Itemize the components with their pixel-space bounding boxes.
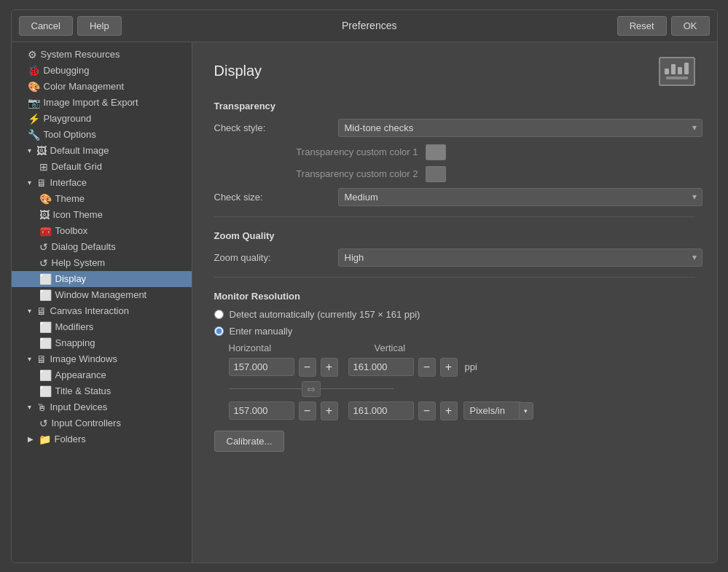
bar1 xyxy=(665,68,669,74)
image-import-export-icon: 📷 xyxy=(28,97,40,109)
divider-1 xyxy=(214,216,695,217)
sidebar-item-display[interactable]: ⬜ Display xyxy=(12,271,192,287)
sidebar-item-system-resources[interactable]: ⚙ System Resources xyxy=(12,47,192,63)
calibrate-button[interactable]: Calibrate... xyxy=(214,431,285,452)
sidebar-item-snapping[interactable]: ⬜ Snapping xyxy=(12,335,192,351)
horizontal-minus-btn[interactable]: − xyxy=(299,358,316,377)
vertical-input-2[interactable]: 161.000 xyxy=(348,401,414,420)
sidebar-item-label: Dialog Defaults xyxy=(52,241,116,252)
sidebar-item-label: Theme xyxy=(55,193,85,204)
sidebar-item-default-image[interactable]: ▾ 🖼 Default Image xyxy=(12,143,192,159)
sidebar-item-appearance[interactable]: ⬜ Appearance xyxy=(12,367,192,383)
sidebar-item-label: Toolbox xyxy=(55,225,88,236)
check-style-row: Check style: Mid-tone checks Light check… xyxy=(214,119,695,137)
check-style-label: Check style: xyxy=(214,122,331,133)
system-resources-icon: ⚙ xyxy=(28,49,37,60)
sidebar-item-color-management[interactable]: 🎨 Color Management xyxy=(12,79,192,95)
horizontal-plus-btn-2[interactable]: + xyxy=(321,401,338,420)
sidebar-item-image-windows[interactable]: ▾ 🖥 Image Windows xyxy=(12,351,192,367)
sidebar-item-default-grid[interactable]: ⊞ Default Grid xyxy=(12,159,192,175)
sidebar-item-playground[interactable]: ⚡ Playground xyxy=(12,111,192,127)
sidebar-item-theme[interactable]: 🎨 Theme xyxy=(12,191,192,207)
sidebar-item-folders[interactable]: ▶ 📁 Folders xyxy=(12,431,192,447)
reset-button[interactable]: Reset xyxy=(617,16,667,36)
interface-icon: 🖥 xyxy=(36,177,47,189)
transparency-heading: Transparency xyxy=(214,101,695,111)
sidebar-item-label: Debugging xyxy=(44,65,90,76)
custom-color-2-swatch[interactable] xyxy=(426,166,446,182)
link-line-left xyxy=(229,388,302,389)
sidebar-item-label: Interface xyxy=(50,177,87,188)
icon-theme-icon: 🖼 xyxy=(39,209,50,221)
enter-manually-row: Enter manually xyxy=(214,326,695,337)
cancel-button[interactable]: Cancel xyxy=(19,16,73,36)
sidebar-item-window-management[interactable]: ⬜ Window Management xyxy=(12,287,192,303)
help-system-icon: ↺ xyxy=(39,257,48,269)
custom-color-1-swatch[interactable] xyxy=(426,144,446,160)
pixels-unit-dropdown-btn[interactable]: ▾ xyxy=(519,402,533,420)
input-controllers-icon: ↺ xyxy=(39,418,48,429)
monitor-resolution-heading: Monitor Resolution xyxy=(214,291,695,302)
pixels-unit-select[interactable]: Pixels/in Pixels/cm Pixels/pt xyxy=(463,401,522,420)
check-style-select[interactable]: Mid-tone checks Light checks Dark checks… xyxy=(338,119,702,137)
pixels-unit-wrapper: Pixels/in Pixels/cm Pixels/pt ▾ xyxy=(463,401,533,420)
res-headers: Horizontal Vertical xyxy=(229,342,695,353)
default-image-icon: 🖼 xyxy=(36,145,47,157)
snapping-icon: ⬜ xyxy=(39,337,52,349)
sidebar-item-label: Canvas Interaction xyxy=(50,305,129,316)
horizontal-plus-btn[interactable]: + xyxy=(321,358,338,377)
horizontal-minus-btn-2[interactable]: − xyxy=(299,401,316,420)
input-devices-icon: 🖱 xyxy=(36,401,47,413)
sidebar-item-tool-options[interactable]: 🔧 Tool Options xyxy=(12,127,192,143)
playground-icon: ⚡ xyxy=(28,113,40,125)
sidebar-item-input-devices[interactable]: ▾ 🖱 Input Devices xyxy=(12,399,192,415)
link-line-right xyxy=(321,388,394,389)
sidebar-item-interface[interactable]: ▾ 🖥 Interface xyxy=(12,175,192,191)
detect-auto-row: Detect automatically (currently 157 × 16… xyxy=(214,309,695,320)
sidebar-item-label: Tool Options xyxy=(44,129,96,140)
ok-button[interactable]: OK xyxy=(671,16,710,36)
sidebar-item-toolbox[interactable]: 🧰 Toolbox xyxy=(12,223,192,239)
expand-arrow-interface: ▾ xyxy=(28,179,31,187)
custom-color-2-label: Transparency custom color 2 xyxy=(214,168,418,179)
link-icon: ⇔ xyxy=(302,381,321,397)
vertical-minus-btn-2[interactable]: − xyxy=(418,401,436,420)
horizontal-input[interactable]: 157.000 xyxy=(229,358,294,376)
horizontal-input-2[interactable]: 157.000 xyxy=(229,401,294,420)
sidebar-item-modifiers[interactable]: ⬜ Modifiers xyxy=(12,319,192,335)
display-icon: ⬜ xyxy=(39,273,52,285)
preferences-window: Cancel Help Preferences Reset OK ⚙ Syste… xyxy=(11,9,718,563)
sidebar-item-canvas-interaction[interactable]: ▾ 🖥 Canvas Interaction xyxy=(12,303,192,319)
custom-color-1-row: Transparency custom color 1 xyxy=(214,144,695,160)
theme-icon: 🎨 xyxy=(39,193,52,205)
vertical-input[interactable]: 161.000 xyxy=(348,358,414,376)
image-windows-icon: 🖥 xyxy=(36,353,47,365)
sidebar-item-help-system[interactable]: ↺ Help System xyxy=(12,255,192,271)
display-bars xyxy=(665,63,689,74)
sidebar-item-icon-theme[interactable]: 🖼 Icon Theme xyxy=(12,207,192,223)
bar3 xyxy=(678,67,682,74)
check-size-select[interactable]: Small Medium Large xyxy=(338,188,702,206)
sidebar-item-title-status[interactable]: ⬜ Title & Status xyxy=(12,383,192,399)
zoom-quality-label: Zoom quality: xyxy=(214,252,331,263)
enter-manually-label[interactable]: Enter manually xyxy=(230,326,293,337)
expand-arrow-input-devices: ▾ xyxy=(28,403,31,411)
sidebar-item-label: Display xyxy=(55,273,87,284)
expand-arrow-image-windows: ▾ xyxy=(28,355,31,363)
vertical-plus-btn-2[interactable]: + xyxy=(440,401,458,420)
detect-auto-label[interactable]: Detect automatically (currently 157 × 16… xyxy=(230,309,420,320)
sidebar-item-dialog-defaults[interactable]: ↺ Dialog Defaults xyxy=(12,239,192,255)
vertical-plus-btn[interactable]: + xyxy=(440,358,458,377)
sidebar-item-label: Playground xyxy=(44,113,92,124)
sidebar-item-input-controllers[interactable]: ↺ Input Controllers xyxy=(12,415,192,431)
sidebar-item-debugging[interactable]: 🐞 Debugging xyxy=(12,63,192,79)
vertical-minus-btn[interactable]: − xyxy=(418,358,436,377)
sidebar-item-image-import-export[interactable]: 📷 Image Import & Export xyxy=(12,95,192,111)
zoom-quality-select[interactable]: None Linear Cubic High Maximum xyxy=(338,248,702,267)
help-button[interactable]: Help xyxy=(77,16,122,36)
detect-auto-radio[interactable] xyxy=(214,310,224,319)
check-size-row: Check size: Small Medium Large xyxy=(214,188,695,206)
enter-manually-radio[interactable] xyxy=(214,326,224,336)
expand-arrow-folders: ▶ xyxy=(28,435,34,443)
check-size-select-wrapper: Small Medium Large xyxy=(338,188,702,206)
